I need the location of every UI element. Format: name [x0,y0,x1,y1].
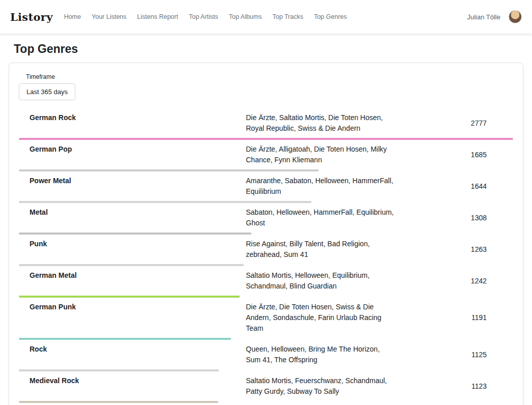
page-title: Top Genres [14,42,523,56]
genre-count: 1308 [401,213,513,223]
genre-name: Metal [19,207,246,218]
genre-name: Punk [19,239,246,249]
genre-count: 1123 [401,381,513,392]
genre-artists: Sabaton, Helloween, HammerFall, Equilibr… [246,207,401,228]
genre-count: 1191 [401,312,513,323]
genre-row: German Punk Die Ärzte, Die Toten Hosen, … [19,298,513,340]
nav-item-top-albums[interactable]: Top Albums [229,13,262,20]
genre-name: German Pop [19,144,246,155]
genre-row: German Rock Die Ärzte, Saltatio Mortis, … [19,108,513,140]
genre-artists: Queen, Helloween, Bring Me The Horizon, … [246,344,401,365]
genre-name: German Metal [19,270,246,281]
genre-count: 1685 [401,150,513,160]
genre-row: Power Metal Amaranthe, Sabaton, Hellowee… [19,171,513,203]
genre-name: German Rock [19,112,246,123]
nav-item-home[interactable]: Home [64,13,81,20]
user-area: Julian Tölle [467,10,522,23]
genre-count: 1263 [401,244,513,255]
avatar[interactable] [509,10,522,23]
genre-name: Rock [19,344,246,355]
nav-item-your-listens[interactable]: Your Listens [92,13,126,20]
genre-row: Medieval Rock Saltatio Mortis, Feuerschw… [19,371,513,403]
genre-row: German Metal Saltatio Mortis, Helloween,… [19,266,513,298]
genre-row: Metal Sabaton, Helloween, HammerFall, Eq… [19,203,513,235]
nav-item-top-artists[interactable]: Top Artists [189,13,218,20]
genres-card: Timeframe Last 365 days German Rock Die … [9,63,523,405]
genre-artists: Rise Against, Billy Talent, Bad Religion… [246,239,401,260]
genre-count: 1644 [401,181,513,192]
main-content: Top Genres Timeframe Last 365 days Germa… [0,42,532,405]
genre-row: German Pop Die Ärzte, Alligatoah, Die To… [19,140,513,171]
genre-row: Punk Rise Against, Billy Talent, Bad Rel… [19,235,513,266]
genre-name: Power Metal [19,176,246,186]
genres-table: German Rock Die Ärzte, Saltatio Mortis, … [19,108,513,405]
main-nav: HomeYour ListensListens ReportTop Artist… [64,13,358,20]
genre-count: 1125 [401,350,513,360]
navbar: Listory HomeYour ListensListens ReportTo… [0,0,532,34]
genre-artists: Saltatio Mortis, Helloween, Equilibrium,… [246,270,401,292]
genre-row: Rock Queen, Helloween, Bring Me The Hori… [19,340,513,371]
timeframe-filter: Timeframe Last 365 days [19,73,513,100]
nav-item-listens-report[interactable]: Listens Report [137,13,178,20]
genre-artists: Die Ärzte, Die Toten Hosen, Swiss & Die … [246,302,401,334]
genre-artists: Die Ärzte, Alligatoah, Die Toten Hosen, … [246,144,401,165]
genre-name: German Punk [19,302,246,312]
genre-artists: Saltatio Mortis, Feuerschwanz, Schandmau… [246,375,401,397]
timeframe-select[interactable]: Last 365 days [19,83,75,100]
nav-item-top-tracks[interactable]: Top Tracks [272,13,303,20]
genre-artists: Amaranthe, Sabaton, Helloween, HammerFal… [246,176,401,197]
genre-count: 2777 [401,118,513,129]
genre-artists: Die Ärzte, Saltatio Mortis, Die Toten Ho… [246,112,401,134]
user-name: Julian Tölle [467,13,500,21]
genre-row: Melodic Metal Unleash The Archers, Hello… [19,403,513,405]
brand-logo[interactable]: Listory [10,11,53,23]
genre-name: Medieval Rock [19,375,246,386]
genre-count: 1242 [401,276,513,286]
nav-item-top-genres[interactable]: Top Genres [314,13,347,20]
timeframe-label: Timeframe [26,73,513,80]
